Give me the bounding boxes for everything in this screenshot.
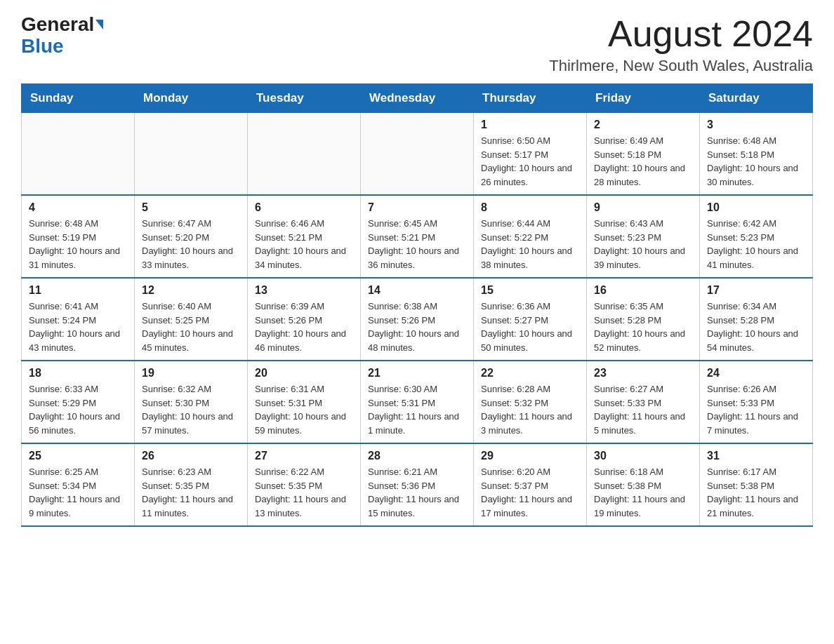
calendar-cell [248, 113, 361, 196]
day-info: Sunrise: 6:48 AMSunset: 5:19 PMDaylight:… [29, 217, 127, 271]
calendar-cell: 20Sunrise: 6:31 AMSunset: 5:31 PMDayligh… [248, 361, 361, 443]
day-info: Sunrise: 6:48 AMSunset: 5:18 PMDaylight:… [707, 134, 805, 189]
logo-general-text: General [21, 14, 94, 36]
page-header: General Blue August 2024 Thirlmere, New … [21, 14, 813, 75]
calendar-cell: 3Sunrise: 6:48 AMSunset: 5:18 PMDaylight… [700, 113, 813, 196]
calendar-cell: 8Sunrise: 6:44 AMSunset: 5:22 PMDaylight… [474, 195, 587, 278]
calendar-cell: 23Sunrise: 6:27 AMSunset: 5:33 PMDayligh… [587, 361, 700, 443]
day-info: Sunrise: 6:34 AMSunset: 5:28 PMDaylight:… [707, 300, 805, 354]
day-info: Sunrise: 6:31 AMSunset: 5:31 PMDaylight:… [255, 382, 353, 437]
day-info: Sunrise: 6:41 AMSunset: 5:24 PMDaylight:… [29, 300, 127, 354]
col-header-wednesday: Wednesday [361, 84, 474, 113]
day-info: Sunrise: 6:44 AMSunset: 5:22 PMDaylight:… [481, 217, 579, 271]
calendar-cell: 1Sunrise: 6:50 AMSunset: 5:17 PMDaylight… [474, 113, 587, 196]
day-info: Sunrise: 6:39 AMSunset: 5:26 PMDaylight:… [255, 300, 353, 354]
day-info: Sunrise: 6:27 AMSunset: 5:33 PMDaylight:… [594, 382, 692, 437]
day-number: 21 [368, 367, 466, 380]
calendar-cell: 10Sunrise: 6:42 AMSunset: 5:23 PMDayligh… [700, 195, 813, 278]
day-number: 17 [707, 284, 805, 297]
day-number: 16 [594, 284, 692, 297]
day-number: 29 [481, 450, 579, 462]
day-info: Sunrise: 6:33 AMSunset: 5:29 PMDaylight:… [29, 382, 127, 437]
day-number: 22 [481, 367, 579, 380]
calendar-cell: 27Sunrise: 6:22 AMSunset: 5:35 PMDayligh… [248, 443, 361, 526]
calendar-cell: 7Sunrise: 6:45 AMSunset: 5:21 PMDaylight… [361, 195, 474, 278]
calendar-week-row: 18Sunrise: 6:33 AMSunset: 5:29 PMDayligh… [22, 361, 813, 443]
day-info: Sunrise: 6:18 AMSunset: 5:38 PMDaylight:… [594, 465, 692, 520]
day-info: Sunrise: 6:47 AMSunset: 5:20 PMDaylight:… [142, 217, 240, 271]
day-number: 28 [368, 450, 466, 462]
day-number: 12 [142, 284, 240, 297]
day-number: 11 [29, 284, 127, 297]
day-info: Sunrise: 6:45 AMSunset: 5:21 PMDaylight:… [368, 217, 466, 271]
calendar-cell: 15Sunrise: 6:36 AMSunset: 5:27 PMDayligh… [474, 278, 587, 361]
calendar-week-row: 11Sunrise: 6:41 AMSunset: 5:24 PMDayligh… [22, 278, 813, 361]
logo-triangle-icon [95, 20, 103, 29]
day-info: Sunrise: 6:20 AMSunset: 5:37 PMDaylight:… [481, 465, 579, 520]
calendar-cell: 18Sunrise: 6:33 AMSunset: 5:29 PMDayligh… [22, 361, 135, 443]
location-title: Thirlmere, New South Wales, Australia [549, 57, 813, 75]
day-number: 27 [255, 450, 353, 462]
day-number: 1 [481, 119, 579, 131]
day-info: Sunrise: 6:23 AMSunset: 5:35 PMDaylight:… [142, 465, 240, 520]
calendar-cell: 4Sunrise: 6:48 AMSunset: 5:19 PMDaylight… [22, 195, 135, 278]
day-info: Sunrise: 6:17 AMSunset: 5:38 PMDaylight:… [707, 465, 805, 520]
day-number: 10 [707, 201, 805, 214]
day-info: Sunrise: 6:26 AMSunset: 5:33 PMDaylight:… [707, 382, 805, 437]
day-number: 30 [594, 450, 692, 462]
day-number: 8 [481, 201, 579, 214]
calendar-cell: 5Sunrise: 6:47 AMSunset: 5:20 PMDaylight… [135, 195, 248, 278]
calendar-header-row: SundayMondayTuesdayWednesdayThursdayFrid… [22, 84, 813, 113]
day-number: 20 [255, 367, 353, 380]
day-info: Sunrise: 6:21 AMSunset: 5:36 PMDaylight:… [368, 465, 466, 520]
day-info: Sunrise: 6:25 AMSunset: 5:34 PMDaylight:… [29, 465, 127, 520]
calendar-cell: 22Sunrise: 6:28 AMSunset: 5:32 PMDayligh… [474, 361, 587, 443]
day-info: Sunrise: 6:30 AMSunset: 5:31 PMDaylight:… [368, 382, 466, 437]
day-info: Sunrise: 6:40 AMSunset: 5:25 PMDaylight:… [142, 300, 240, 354]
day-number: 25 [29, 450, 127, 462]
day-info: Sunrise: 6:43 AMSunset: 5:23 PMDaylight:… [594, 217, 692, 271]
day-number: 15 [481, 284, 579, 297]
col-header-sunday: Sunday [22, 84, 135, 113]
calendar-cell: 29Sunrise: 6:20 AMSunset: 5:37 PMDayligh… [474, 443, 587, 526]
calendar-cell: 6Sunrise: 6:46 AMSunset: 5:21 PMDaylight… [248, 195, 361, 278]
logo: General Blue [21, 14, 103, 58]
day-number: 19 [142, 367, 240, 380]
day-number: 31 [707, 450, 805, 462]
day-number: 9 [594, 201, 692, 214]
day-number: 4 [29, 201, 127, 214]
calendar-cell: 17Sunrise: 6:34 AMSunset: 5:28 PMDayligh… [700, 278, 813, 361]
title-block: August 2024 Thirlmere, New South Wales, … [549, 14, 813, 75]
calendar-cell: 24Sunrise: 6:26 AMSunset: 5:33 PMDayligh… [700, 361, 813, 443]
calendar-week-row: 4Sunrise: 6:48 AMSunset: 5:19 PMDaylight… [22, 195, 813, 278]
col-header-tuesday: Tuesday [248, 84, 361, 113]
day-number: 7 [368, 201, 466, 214]
calendar-cell: 28Sunrise: 6:21 AMSunset: 5:36 PMDayligh… [361, 443, 474, 526]
day-info: Sunrise: 6:32 AMSunset: 5:30 PMDaylight:… [142, 382, 240, 437]
calendar-cell [361, 113, 474, 196]
calendar-cell [22, 113, 135, 196]
calendar-cell: 26Sunrise: 6:23 AMSunset: 5:35 PMDayligh… [135, 443, 248, 526]
day-info: Sunrise: 6:42 AMSunset: 5:23 PMDaylight:… [707, 217, 805, 271]
calendar-week-row: 1Sunrise: 6:50 AMSunset: 5:17 PMDaylight… [22, 113, 813, 196]
calendar-cell: 21Sunrise: 6:30 AMSunset: 5:31 PMDayligh… [361, 361, 474, 443]
day-number: 5 [142, 201, 240, 214]
day-number: 14 [368, 284, 466, 297]
col-header-monday: Monday [135, 84, 248, 113]
calendar-table: SundayMondayTuesdayWednesdayThursdayFrid… [21, 83, 813, 527]
calendar-week-row: 25Sunrise: 6:25 AMSunset: 5:34 PMDayligh… [22, 443, 813, 526]
day-info: Sunrise: 6:46 AMSunset: 5:21 PMDaylight:… [255, 217, 353, 271]
day-info: Sunrise: 6:36 AMSunset: 5:27 PMDaylight:… [481, 300, 579, 354]
month-title: August 2024 [549, 14, 813, 54]
day-number: 2 [594, 119, 692, 131]
day-info: Sunrise: 6:35 AMSunset: 5:28 PMDaylight:… [594, 300, 692, 354]
calendar-cell: 2Sunrise: 6:49 AMSunset: 5:18 PMDaylight… [587, 113, 700, 196]
calendar-cell: 12Sunrise: 6:40 AMSunset: 5:25 PMDayligh… [135, 278, 248, 361]
logo-blue-text: Blue [21, 36, 64, 58]
day-info: Sunrise: 6:49 AMSunset: 5:18 PMDaylight:… [594, 134, 692, 189]
day-number: 18 [29, 367, 127, 380]
day-number: 26 [142, 450, 240, 462]
calendar-cell: 11Sunrise: 6:41 AMSunset: 5:24 PMDayligh… [22, 278, 135, 361]
col-header-friday: Friday [587, 84, 700, 113]
calendar-cell: 9Sunrise: 6:43 AMSunset: 5:23 PMDaylight… [587, 195, 700, 278]
